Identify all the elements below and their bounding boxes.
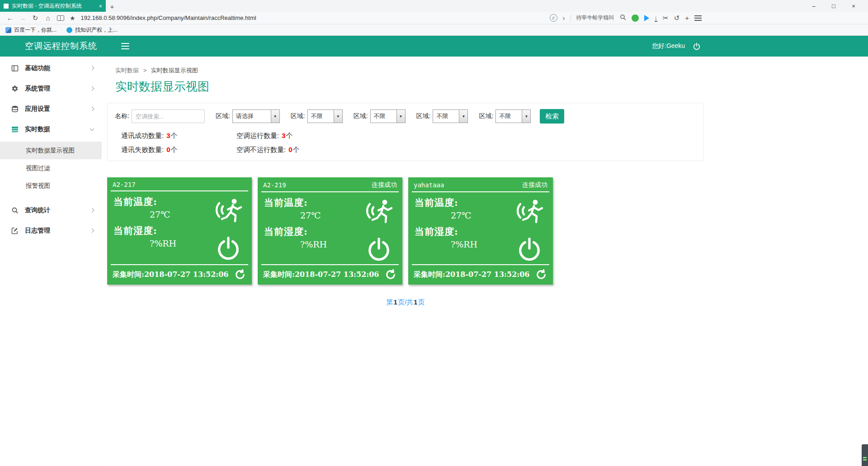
chevron-right-icon [90, 208, 94, 213]
sidebar-item-basic-functions[interactable]: 基础功能 [0, 58, 102, 78]
breadcrumb-separator: > [143, 67, 147, 74]
divider [571, 14, 571, 22]
refresh-icon[interactable] [385, 269, 396, 280]
edit-log-icon [11, 227, 19, 234]
sidebar-item-app-settings[interactable]: 应用设置 [0, 99, 102, 119]
reload-icon[interactable]: ↻ [29, 14, 42, 22]
expand-icon[interactable]: › [563, 14, 565, 22]
collect-time: 采集时间:2018-07-27 13:52:06 [113, 270, 228, 280]
add-icon[interactable]: + [685, 14, 689, 22]
browser-tab[interactable]: 实时数据 - 空调远程控制系统 × [0, 0, 106, 12]
filter-panel: 名称: 区域: 请选择 ▼ 区域: 不限 ▼ 区域: 不限 [107, 103, 704, 161]
bookmark-baidu[interactable]: 百度一下，你就... [5, 26, 57, 34]
region-filter-label: 区域: [291, 112, 305, 120]
bookmark-favicon [66, 27, 72, 33]
device-status: 连接成功 [522, 181, 547, 189]
stacked-layers-icon [11, 126, 19, 133]
breadcrumb-parent[interactable]: 实时数据 [115, 67, 139, 74]
refresh-icon[interactable] [235, 269, 245, 280]
stat-comm-success: 通讯成功数量:3个 [121, 132, 236, 140]
sidebar: 基础功能 系统管理 应用设置 实时数据 [0, 57, 102, 466]
chevron-right-icon [90, 66, 94, 71]
region-select-2[interactable]: 不限 ▼ [307, 109, 343, 123]
split-view-icon[interactable] [57, 15, 64, 21]
chevron-right-icon [90, 228, 94, 233]
browser-window: 实时数据 - 空调远程控制系统 × + – □ × ← → ↻ ⌂ ★ 192.… [0, 0, 868, 466]
bookmark-star-icon[interactable]: ★ [70, 14, 75, 22]
humidity-label: 当前湿度: [264, 225, 396, 238]
home-icon[interactable]: ⌂ [42, 14, 54, 22]
region-select-3[interactable]: 不限 ▼ [370, 109, 406, 123]
chevron-down-icon: ▼ [334, 110, 342, 123]
device-name: A2-219 [263, 181, 286, 189]
logout-power-icon[interactable] [693, 43, 700, 50]
header-right: 您好:Geeku [652, 36, 700, 57]
back-icon[interactable]: ← [4, 14, 16, 22]
compatibility-mode-icon[interactable]: e [550, 14, 557, 22]
pagination[interactable]: 第1页/共1页 [107, 298, 704, 307]
device-name: yahataaa [414, 181, 444, 189]
device-card[interactable]: A2-219 连接成功 当前温度: 27℃ 当前湿度: ?%RH [258, 177, 402, 285]
search-icon [11, 207, 19, 214]
page-content: 基础功能 系统管理 应用设置 实时数据 [0, 57, 868, 466]
floating-widget[interactable] [862, 444, 868, 466]
sidebar-subitem-view-filter[interactable]: 视图过滤 [0, 159, 102, 177]
refresh-icon[interactable] [536, 269, 547, 280]
sidebar-item-realtime-data[interactable]: 实时数据 [0, 119, 102, 139]
main-content: 实时数据 > 实时数据显示视图 实时数据显示视图 名称: 区域: 请选择 ▼ 区… [102, 57, 868, 466]
bookmark-ip[interactable]: 找知识产权，上... [66, 26, 118, 34]
device-name: A2-217 [113, 181, 136, 188]
address-bar[interactable]: 192.168.0.58:9096/index.php/Company/Main… [81, 14, 256, 21]
menu-icon[interactable] [694, 15, 702, 21]
chevron-down-icon [90, 126, 94, 131]
tab-favicon-icon [4, 4, 9, 9]
region-select-4[interactable]: 不限 ▼ [433, 109, 468, 123]
sidebar-toggle-hamburger-icon[interactable] [121, 43, 129, 51]
breadcrumb: 实时数据 > 实时数据显示视图 [115, 67, 868, 75]
region-filter-label: 区域: [354, 112, 368, 120]
power-icon[interactable] [518, 237, 541, 263]
search-button[interactable]: 检索 [540, 109, 564, 124]
region-filter-label: 区域: [416, 112, 431, 120]
filter-row: 名称: 区域: 请选择 ▼ 区域: 不限 ▼ 区域: 不限 [115, 109, 696, 124]
name-search-input[interactable] [132, 109, 205, 123]
sidebar-item-system-management[interactable]: 系统管理 [0, 78, 102, 99]
minimize-button[interactable]: – [804, 3, 824, 10]
device-card[interactable]: A2-217 当前温度: 27℃ 当前湿度: ?%RH [107, 177, 252, 285]
undo-history-icon[interactable]: ↺ [674, 14, 680, 22]
device-cards: A2-217 当前温度: 27℃ 当前湿度: ?%RH [107, 177, 868, 285]
messenger-icon[interactable] [632, 14, 639, 22]
sidebar-item-query-statistics[interactable]: 查询统计 [0, 200, 102, 220]
user-greeting[interactable]: 您好:Geeku [652, 42, 685, 50]
search-input[interactable]: 待宰牛蛙学猫叫 [576, 14, 614, 22]
window-controls: – □ × [804, 0, 863, 12]
flash-play-icon[interactable] [644, 15, 649, 21]
humidity-label: 当前湿度: [415, 225, 547, 238]
region-select-1[interactable]: 请选择 ▼ [232, 109, 280, 123]
device-card[interactable]: yahataaa 连接成功 当前温度: 27℃ 当前湿度: ?%RH [408, 177, 553, 285]
scissors-screenshot-icon[interactable]: ✂ [663, 14, 669, 22]
power-icon[interactable] [217, 236, 240, 262]
maximize-button[interactable]: □ [824, 3, 844, 10]
region-filter-label: 区域: [479, 112, 493, 120]
collect-time: 采集时间:2018-07-27 13:52:06 [414, 270, 529, 280]
page-title: 实时数据显示视图 [115, 79, 868, 95]
sidebar-subitem-realtime-view[interactable]: 实时数据显示视图 [0, 142, 102, 159]
stat-comm-fail: 通讯失败数量:0个 [121, 146, 236, 154]
tab-close-icon[interactable]: × [99, 3, 102, 9]
browser-toolbar: ← → ↻ ⌂ ★ 192.168.0.58:9096/index.php/Co… [0, 12, 868, 24]
power-icon[interactable] [367, 237, 391, 263]
sidebar-item-log-management[interactable]: 日志管理 [0, 220, 102, 241]
humidity-label: 当前湿度: [113, 224, 245, 237]
chevron-down-icon: ▼ [396, 110, 405, 123]
sidebar-subitem-alarm-view[interactable]: 报警视图 [0, 177, 102, 195]
bookmarks-bar: 百度一下，你就... 找知识产权，上... [0, 24, 868, 36]
tab-title: 实时数据 - 空调远程控制系统 [12, 2, 95, 10]
forward-icon[interactable]: → [16, 14, 29, 22]
close-button[interactable]: × [844, 3, 863, 10]
search-icon[interactable] [620, 14, 626, 22]
new-tab-button[interactable]: + [106, 1, 118, 12]
stat-ac-not-running: 空调不运行数量:0个 [236, 146, 696, 154]
download-icon[interactable]: ↓ [655, 14, 658, 22]
region-select-5[interactable]: 不限 ▼ [495, 109, 531, 123]
